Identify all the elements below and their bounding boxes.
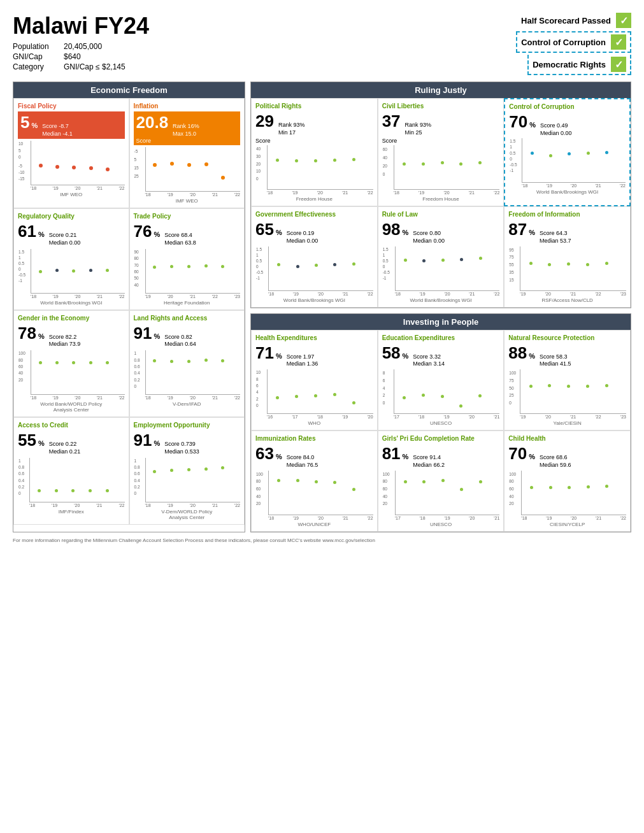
employment-opp-chart: 10.80.60.40.20 xyxy=(145,458,241,502)
civil-liberties-cell: Civil Liberties 37 Rank 93%Min 25 Score … xyxy=(378,98,504,206)
inflation-score-num: 20.8 xyxy=(136,113,169,132)
ruling-justly-header: Ruling Justly xyxy=(251,82,631,98)
fiscal-policy-cell: Fiscal Policy 5% Score -8.7Median -4.1 1… xyxy=(13,98,129,208)
gender-economy-chart: 10080604020 xyxy=(31,350,125,395)
investing-row1: Health Expenditures 71% Score 1.97Median… xyxy=(251,330,631,431)
reg-quality-chart: 1.510.50-0.5-1 xyxy=(31,249,125,294)
investing-section: Investing in People Health Expenditures … xyxy=(250,313,631,532)
ruling-justly-section: Ruling Justly Political Rights 29 Rank 9… xyxy=(250,82,631,308)
access-credit-title: Access to Credit xyxy=(18,422,125,429)
half-scorecard-label: Half Scorecard Passed xyxy=(521,16,611,25)
access-credit-cell: Access to Credit 55% Score 0.22Median 0.… xyxy=(13,417,129,524)
land-rights-title: Land Rights and Access xyxy=(134,315,241,322)
gni-row: GNI/Cap $640 xyxy=(13,52,149,61)
gni-label: GNI/Cap xyxy=(13,52,57,61)
header: Malawi FY24 Population 20,405,000 GNI/Ca… xyxy=(13,13,631,75)
inflation-score-word: Score xyxy=(136,138,238,144)
trade-policy-cell: Trade Policy 76% Score 68.4Median 63.8 9… xyxy=(129,208,245,310)
half-scorecard-check: ✓ xyxy=(616,13,631,28)
investing-header: Investing in People xyxy=(251,314,631,330)
gender-economy-cell: Gender in the Economy 78% Score 82.2Medi… xyxy=(13,310,129,417)
footer-note: For more information regarding the Mille… xyxy=(13,538,631,543)
title-section: Malawi FY24 Population 20,405,000 GNI/Ca… xyxy=(13,13,149,73)
edu-exp-cell: Education Expenditures 58% Score 3.32Med… xyxy=(378,330,504,431)
control-corruption-cell: Control of Corruption 70% Score 0.49Medi… xyxy=(504,98,631,206)
inflation-chart: -551525 xyxy=(145,147,241,192)
econ-top-grid: Fiscal Policy 5% Score -8.7Median -4.1 1… xyxy=(13,98,245,525)
corruption-check: ✓ xyxy=(611,34,626,50)
category-value: GNI/Cap ≤ $2,145 xyxy=(64,62,125,71)
page-container: Malawi FY24 Population 20,405,000 GNI/Ca… xyxy=(13,13,631,543)
inflation-details: Rank 16%Max 15.0 xyxy=(173,123,199,138)
category-label: Category xyxy=(13,62,57,71)
ruling-row2: Government Effectiveness 65% Score 0.19M… xyxy=(251,206,631,307)
gender-economy-title: Gender in the Economy xyxy=(18,315,125,322)
fiscal-policy-title: Fiscal Policy xyxy=(18,103,125,110)
freedom-info-cell: Freedom of Information 87% Score 64.3Med… xyxy=(504,206,631,307)
child-health-cell: Child Health 70% Score 68.6Median 59.6 1… xyxy=(504,431,631,531)
political-rights-cell: Political Rights 29 Rank 93%Min 17 Score… xyxy=(251,98,378,206)
fiscal-details: Score -8.7Median -4.1 xyxy=(42,123,73,138)
fiscal-chart: 1050-5-10-15 xyxy=(31,141,125,185)
category-row: Category GNI/Cap ≤ $2,145 xyxy=(13,62,149,71)
trade-policy-chart: 908070605040 xyxy=(145,249,241,294)
fiscal-x-labels: '18'19'20'21'22 xyxy=(31,186,125,190)
girls-edu-cell: Girls' Pri Edu Completion Rate 81% Score… xyxy=(378,431,504,531)
fiscal-source: IMF WEO xyxy=(18,192,125,197)
ruling-row1: Political Rights 29 Rank 93%Min 17 Score… xyxy=(251,98,631,206)
inflation-source: IMF WEO xyxy=(134,198,241,204)
inflation-title: Inflation xyxy=(134,103,241,110)
inflation-score-bg: 20.8 Rank 16%Max 15.0 Score xyxy=(134,111,241,145)
scorecard-section: Half Scorecard Passed ✓ Control of Corru… xyxy=(516,13,631,75)
inflation-x-labels: '18'19'20'21'22 xyxy=(145,192,241,197)
democratic-label: Democratic Rights xyxy=(533,60,606,69)
land-rights-cell: Land Rights and Access 91% Score 0.82Med… xyxy=(129,310,245,417)
half-scorecard-row: Half Scorecard Passed ✓ xyxy=(521,13,631,28)
population-row: Population 20,405,000 xyxy=(13,42,149,51)
subtitle-section: Population 20,405,000 GNI/Cap $640 Categ… xyxy=(13,42,149,71)
trade-policy-title: Trade Policy xyxy=(134,213,241,220)
inflation-cell: Inflation 20.8 Rank 16%Max 15.0 Score -5… xyxy=(129,98,245,208)
rule-of-law-cell: Rule of Law 98% Score 0.80Median 0.00 1.… xyxy=(378,206,504,307)
economic-freedom-header: Economic Freedom xyxy=(13,82,245,98)
employment-opp-title: Employment Opportunity xyxy=(134,422,241,429)
gni-value: $640 xyxy=(64,52,108,61)
fiscal-pct: % xyxy=(31,122,38,129)
access-credit-chart: 10.80.60.40.20 xyxy=(29,458,125,502)
corruption-row: Control of Corruption ✓ xyxy=(516,31,631,53)
gov-effectiveness-cell: Government Effectiveness 65% Score 0.19M… xyxy=(251,206,378,307)
corruption-label: Control of Corruption xyxy=(521,38,606,47)
fiscal-score-num: 5 xyxy=(20,113,29,132)
democratic-row: Democratic Rights ✓ xyxy=(527,55,631,75)
nat-resource-cell: Natural Resource Protection 88% Score 58… xyxy=(504,330,631,431)
page-title: Malawi FY24 xyxy=(13,13,149,39)
land-rights-chart: 10.80.60.40.20 xyxy=(145,350,241,395)
employment-opp-cell: Employment Opportunity 91% Score 0.739Me… xyxy=(129,417,245,524)
fiscal-score-bg: 5% Score -8.7Median -4.1 xyxy=(18,111,125,139)
economic-freedom-section: Economic Freedom Fiscal Policy 5% Score … xyxy=(13,82,245,532)
right-column: Ruling Justly Political Rights 29 Rank 9… xyxy=(250,82,631,532)
regulatory-quality-cell: Regulatory Quality 61% Score 0.21Median … xyxy=(13,208,129,310)
health-exp-cell: Health Expenditures 71% Score 1.97Median… xyxy=(251,330,378,431)
investing-row2: Immunization Rates 63% Score 84.0Median … xyxy=(251,431,631,531)
main-grid: Economic Freedom Fiscal Policy 5% Score … xyxy=(13,82,631,532)
reg-quality-score: 61% Score 0.21Median 0.00 xyxy=(18,222,125,246)
population-label: Population xyxy=(13,42,57,51)
population-value: 20,405,000 xyxy=(64,42,108,51)
immunization-cell: Immunization Rates 63% Score 84.0Median … xyxy=(251,431,378,531)
democratic-check: ✓ xyxy=(611,57,626,72)
reg-quality-title: Regulatory Quality xyxy=(18,213,125,220)
